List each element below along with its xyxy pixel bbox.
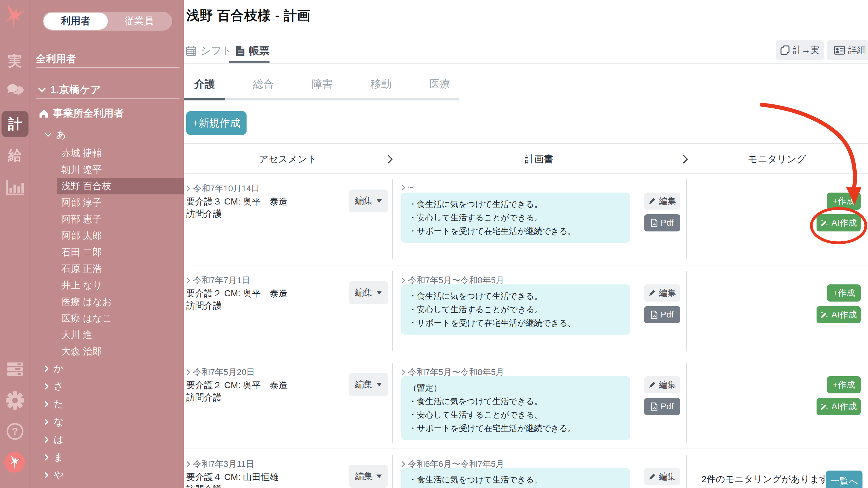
main-content: 浅野 百合枝様 - 計画 シフト 帳票	[184, 0, 868, 488]
detail-label: 詳細	[848, 44, 866, 56]
category-tab[interactable]: 医療	[425, 77, 455, 91]
rail-item-chat[interactable]	[0, 82, 30, 100]
caret-down-icon	[376, 475, 382, 478]
category-tab[interactable]: 介護	[190, 77, 219, 91]
plan-period[interactable]: ~	[401, 183, 413, 193]
plan-to-actual-label: 計→実	[793, 44, 819, 56]
kana-group-item[interactable]: た	[30, 395, 184, 413]
svg-text:?: ?	[12, 425, 18, 437]
kana-group-item[interactable]: や	[30, 466, 184, 484]
monitoring-create-button[interactable]: +作成	[827, 284, 861, 301]
chevron-right-icon	[44, 436, 49, 443]
caret-down-icon	[376, 383, 382, 386]
plan-goals-box: ・食生活に気をつけて生活できる。 ・安心して生活することができる。 ・サポートを…	[401, 193, 630, 243]
rail-item-settings[interactable]	[0, 391, 30, 410]
rail-item-plan-active[interactable]: 計	[2, 111, 29, 137]
plan-pdf-button[interactable]: Pdf	[644, 306, 680, 323]
plan-edit-button[interactable]: 編集	[644, 376, 680, 393]
tab-report[interactable]: 帳票	[235, 42, 270, 59]
kana-group-label: は	[54, 433, 64, 446]
assessment-edit-menu-button[interactable]: 編集	[349, 465, 388, 488]
user-list-item[interactable]: 石原 正浩	[57, 261, 184, 277]
chevron-right-icon	[401, 277, 405, 284]
assessment-date-label: 令和7年10月14日	[193, 183, 260, 194]
page-title: 浅野 百合枝様 - 計画	[186, 7, 311, 25]
user-avatar[interactable]	[4, 452, 25, 473]
pdf-file-icon	[651, 219, 658, 227]
kana-group-label: か	[54, 362, 64, 375]
tab-shift[interactable]: シフト	[186, 42, 232, 59]
kana-group-a-label: あ	[56, 128, 66, 141]
plan-pdf-button[interactable]: Pdf	[644, 214, 680, 231]
plan-edit-button[interactable]: 編集	[644, 193, 680, 210]
divider	[36, 67, 180, 68]
office-all-users[interactable]: 事業所全利用者	[39, 106, 124, 120]
service-type-text: 訪問介護	[186, 483, 222, 488]
plan-edit-button[interactable]: 編集	[644, 468, 680, 485]
chevron-right-icon	[401, 460, 405, 468]
category-tab[interactable]: 移動	[366, 77, 396, 91]
user-list-item[interactable]: 阿部 太郎	[57, 227, 184, 244]
user-list-item[interactable]: 赤城 捷輔	[57, 145, 184, 161]
assessment-date[interactable]: 令和7年7月1日	[186, 274, 250, 286]
kana-group-a[interactable]: あ	[44, 128, 66, 141]
user-list-item[interactable]: 阿部 恵子	[57, 211, 184, 227]
monitoring-ai-create-button[interactable]: AI作成	[816, 398, 861, 415]
user-list-item[interactable]: 石田 二郎	[57, 244, 184, 261]
user-name-label: 医療 はなお	[61, 296, 112, 307]
chevron-right-icon	[44, 383, 49, 390]
assessment-date[interactable]: 令和7年5月20日	[186, 366, 255, 378]
kana-group-item[interactable]: か	[30, 360, 184, 378]
help-icon: ?	[6, 422, 24, 440]
rail-item-implementation[interactable]: 実	[0, 53, 30, 70]
assessment-edit-menu-button[interactable]: 編集	[349, 190, 388, 212]
assessment-date[interactable]: 令和7年3月11日	[186, 458, 254, 470]
detail-button[interactable]: 詳細	[827, 40, 868, 60]
toggle-staff[interactable]: 従業員	[107, 12, 171, 30]
monitoring-create-button[interactable]: +作成	[827, 376, 861, 393]
rail-item-help[interactable]: ?	[0, 422, 30, 440]
user-list-item[interactable]: 阿部 淳子	[57, 194, 184, 211]
toggle-staff-label: 従業員	[124, 14, 154, 28]
monitoring-ai-create-button[interactable]: AI作成	[816, 214, 861, 231]
all-users-label[interactable]: 全利用者	[36, 52, 76, 66]
monitoring-ai-create-button[interactable]: AI作成	[816, 306, 861, 323]
kana-group-item[interactable]: な	[30, 413, 184, 431]
monitoring-list-button[interactable]: 一覧へ	[826, 470, 863, 488]
kana-group-item[interactable]: ま	[30, 449, 184, 466]
user-list-item[interactable]: 浅野 百合枝	[57, 178, 184, 194]
bar-chart-icon	[6, 178, 24, 196]
plan-to-actual-button[interactable]: 計→実	[776, 40, 824, 60]
assessment-date[interactable]: 令和7年10月14日	[186, 183, 260, 194]
office-group-label: 1.京橋ケア	[50, 83, 101, 97]
plan-edit-button[interactable]: 編集	[644, 284, 680, 301]
assessment-edit-menu-button[interactable]: 編集	[349, 281, 388, 304]
category-tab[interactable]: 総合	[249, 77, 278, 91]
rail-item-records[interactable]	[0, 361, 30, 378]
new-create-button[interactable]: +新規作成	[186, 111, 247, 135]
plan-table: アセスメント 計画書 モニタリング 令和7年10月14日 要介護３ CM: 奥平…	[184, 143, 868, 488]
user-list-item[interactable]: 朝川 遼平	[57, 161, 184, 178]
assessment-edit-menu-button[interactable]: 編集	[349, 373, 388, 396]
user-list-item[interactable]: 井上 なり	[57, 277, 184, 294]
rail-item-stats[interactable]	[0, 178, 30, 197]
plan-pdf-button[interactable]: Pdf	[644, 398, 680, 415]
rail-item-benefit[interactable]: 給	[0, 147, 30, 164]
monitoring-create-button[interactable]: +作成	[827, 193, 861, 210]
care-level-text: 要介護３ CM: 奥平 泰造	[186, 196, 287, 208]
kana-group-item[interactable]: は	[30, 431, 184, 449]
user-list-item[interactable]: 医療 はなこ	[57, 310, 184, 327]
user-list-item[interactable]: 医療 はなお	[57, 294, 184, 310]
chevron-right-icon	[401, 184, 405, 191]
office-group-toggle[interactable]: 1.京橋ケア	[38, 83, 101, 97]
kana-group-item[interactable]: さ	[30, 378, 184, 395]
user-list-item[interactable]: 大川 進	[57, 327, 184, 343]
user-name-label: 朝川 遼平	[61, 164, 102, 175]
category-tabs: 介護 総合 障害 移動 医療	[190, 77, 455, 91]
toggle-users[interactable]: 利用者	[43, 12, 108, 30]
user-list-item[interactable]: 大森 治郎	[57, 343, 184, 360]
plan-edit-label: 編集	[659, 287, 676, 299]
category-tab[interactable]: 障害	[308, 77, 337, 91]
service-type-text: 訪問介護	[186, 300, 222, 312]
user-name-label: 石田 二郎	[61, 247, 102, 257]
